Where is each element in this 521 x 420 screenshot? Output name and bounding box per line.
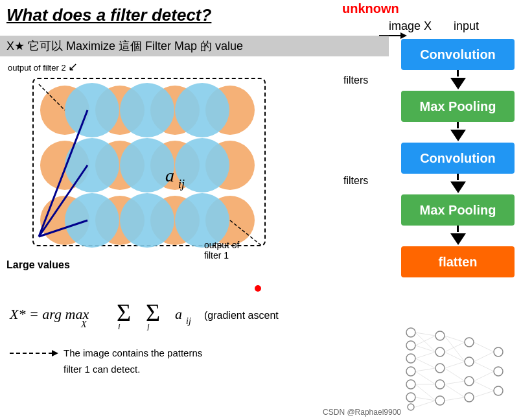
svg-line-33 <box>445 342 465 352</box>
formula-svg: X* = arg max X Σ i Σ j a ij (gradient as… <box>6 292 279 331</box>
svg-text:a: a <box>175 306 182 322</box>
svg-line-36 <box>445 368 465 381</box>
svg-text:ij: ij <box>178 178 185 191</box>
svg-line-24 <box>415 358 435 368</box>
svg-point-12 <box>465 338 474 347</box>
svg-point-14 <box>465 377 474 386</box>
svg-point-60 <box>175 83 229 137</box>
circle-grid-svg: a ij <box>36 81 269 250</box>
svg-point-13 <box>465 357 474 366</box>
explanation-svg: The image contains the patterns filter 1… <box>6 344 324 386</box>
convolution-1-box: Convolution <box>401 39 515 70</box>
filters-label-2: filters <box>343 175 368 187</box>
svg-line-42 <box>474 362 494 371</box>
flatten-box: flatten <box>401 246 515 277</box>
arrow-line-1 <box>457 70 459 76</box>
svg-text:(gradient ascent): (gradient ascent) <box>204 310 279 321</box>
arrow-down-4 <box>450 233 466 245</box>
maxpool-1-box: Max Pooling <box>401 91 515 122</box>
subtitle-bar: X★ 它可以 Maximize 這個 Filter Map 的 value <box>0 36 389 56</box>
svg-point-15 <box>465 393 474 402</box>
svg-point-5 <box>406 393 415 402</box>
svg-line-34 <box>445 352 465 362</box>
input-label: input <box>454 19 479 33</box>
svg-line-35 <box>445 362 465 368</box>
dotted-explanation: The image contains the patterns filter 1… <box>6 344 324 388</box>
red-dot <box>255 285 261 292</box>
svg-point-64 <box>65 193 119 248</box>
svg-point-8 <box>435 347 445 356</box>
svg-line-37 <box>445 381 465 384</box>
svg-line-31 <box>445 336 465 342</box>
svg-text:X: X <box>80 320 87 329</box>
svg-point-2 <box>406 354 415 363</box>
neural-net-diagram <box>398 323 511 414</box>
output-filter2-label: output of filter 2 ↙ <box>8 60 78 74</box>
svg-text:a: a <box>165 165 174 185</box>
svg-line-43 <box>474 371 494 381</box>
formula-area: X* = arg max X Σ i Σ j a ij (gradient as… <box>6 292 356 333</box>
svg-line-38 <box>445 384 465 397</box>
svg-line-29 <box>415 397 435 401</box>
svg-text:filter 1 can detect.: filter 1 can detect. <box>64 364 140 375</box>
svg-line-28 <box>415 384 435 401</box>
svg-point-4 <box>406 380 415 389</box>
cnn-flow-diagram: Convolution Max Pooling Convolution Max … <box>401 39 515 277</box>
page-title: What does a filter detect? <box>6 5 211 25</box>
svg-marker-84 <box>52 350 58 356</box>
svg-line-25 <box>415 368 435 371</box>
svg-point-11 <box>435 396 445 405</box>
svg-point-17 <box>494 367 503 376</box>
maxpool-2-box: Max Pooling <box>401 194 515 226</box>
svg-line-45 <box>474 391 494 397</box>
arrow-down-2 <box>450 130 466 141</box>
svg-line-32 <box>445 336 465 362</box>
svg-point-9 <box>435 364 445 373</box>
svg-point-6 <box>408 404 414 410</box>
arrow-line-2 <box>457 122 459 128</box>
svg-text:The image contains the pattern: The image contains the patterns <box>64 347 202 358</box>
svg-point-7 <box>435 331 445 340</box>
watermark: CSDN @Raphael9900 <box>323 408 401 417</box>
svg-line-26 <box>415 371 435 384</box>
svg-point-10 <box>435 380 445 389</box>
arrow-down-3 <box>450 181 466 193</box>
convolution-2-box: Convolution <box>401 143 515 174</box>
filter-visualization: a ij output of filter 2 ↙ <box>6 58 298 259</box>
arrow-line-4 <box>457 226 459 232</box>
output-filter1-label: output offilter 1 <box>204 240 240 261</box>
svg-text:X* = arg max: X* = arg max <box>9 306 89 322</box>
filters-label-1: filters <box>343 75 368 86</box>
svg-point-0 <box>406 328 415 337</box>
svg-point-59 <box>120 83 174 137</box>
svg-line-40 <box>474 342 494 352</box>
svg-line-44 <box>474 381 494 391</box>
svg-marker-88 <box>400 32 407 39</box>
svg-line-39 <box>445 397 465 401</box>
svg-point-18 <box>494 386 503 395</box>
svg-line-23 <box>415 352 435 358</box>
svg-point-16 <box>494 347 503 356</box>
svg-point-3 <box>406 367 415 376</box>
svg-line-21 <box>415 336 435 345</box>
arrow-down-1 <box>450 78 466 89</box>
svg-line-22 <box>415 345 435 352</box>
svg-point-58 <box>65 83 119 137</box>
svg-text:i: i <box>118 321 121 331</box>
svg-text:ij: ij <box>186 316 191 326</box>
arrow-line-3 <box>457 174 459 180</box>
large-values-label: Large values <box>6 259 70 271</box>
svg-line-41 <box>474 352 494 362</box>
svg-line-30 <box>415 401 435 407</box>
svg-point-65 <box>120 193 174 248</box>
unknown-label: unknown <box>342 1 399 16</box>
svg-point-1 <box>406 341 415 350</box>
